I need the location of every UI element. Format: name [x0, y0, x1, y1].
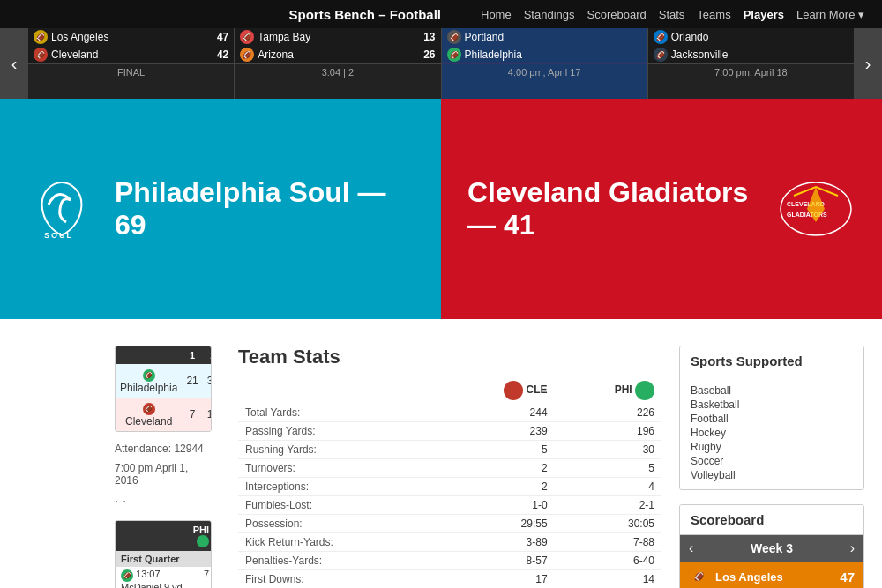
- phi-q1: 21: [182, 364, 202, 398]
- phi-name: Philadelphia: [465, 48, 621, 61]
- score-table: 1 2 3 4 F 🏈 Philadelphia 21 34: [116, 346, 212, 431]
- top-nav: Sports Bench – Football Home Standings S…: [0, 0, 882, 28]
- team-stats-title: Team Stats: [238, 346, 662, 368]
- score-team-az: 🏈 Arizona 26: [235, 46, 440, 63]
- q1-label: First Quarter: [116, 551, 212, 567]
- sport-item: Basketball: [691, 398, 853, 412]
- por-icon: 🏈: [447, 30, 461, 44]
- stats-col-phi: PHI: [555, 377, 662, 404]
- stats-header: CLE PHI: [238, 377, 662, 404]
- site-title: Sports Bench – Football: [250, 7, 482, 22]
- az-icon: 🏈: [240, 48, 254, 62]
- stat-label: Fumbles-Lost:: [238, 496, 440, 515]
- sports-supported-content: BaseballBasketballFootballHockeyRugbySoc…: [680, 376, 863, 489]
- away-team-name: Cleveland Gladiators — 41: [467, 176, 759, 242]
- stat-cle: 5: [440, 441, 554, 459]
- sb-la-score: 47: [833, 569, 855, 584]
- col-q1: 1: [182, 346, 202, 364]
- left-column: 1 2 3 4 F 🏈 Philadelphia 21 34: [18, 346, 212, 588]
- stats-col-label: [238, 377, 440, 404]
- stats-row: First Downs: 17 14: [238, 570, 662, 589]
- sport-item: Volleyball: [691, 468, 853, 482]
- cle-q1: 7: [182, 398, 202, 431]
- score-team-cle: 🏈 Cleveland 42: [28, 46, 234, 63]
- score-team-la: 🏈 Los Angeles 47: [28, 28, 234, 46]
- sb-game-1: 🏈 Los Angeles 47 🏈 Cleveland 42 FINAL RE…: [680, 562, 863, 588]
- nav-teams[interactable]: Teams: [697, 8, 730, 21]
- stat-label: Interceptions:: [238, 478, 440, 496]
- nav-learn-more[interactable]: Learn More ▾: [796, 8, 864, 21]
- block2-status: 3:04 | 2: [235, 63, 440, 80]
- stat-cle: 244: [440, 404, 554, 422]
- phi-badge: 🏈: [143, 369, 155, 382]
- score-table-header: 1 2 3 4 F: [116, 346, 212, 364]
- week-nav: ‹ Week 3 ›: [680, 535, 863, 562]
- scores-next-button[interactable]: ›: [854, 28, 882, 99]
- play-col-phi: PHI: [188, 521, 212, 551]
- az-name: Arizona: [258, 48, 414, 61]
- jax-icon: 🏈: [654, 48, 668, 62]
- nav-standings[interactable]: Standings: [524, 8, 575, 21]
- stats-row: Turnovers: 2 5: [238, 459, 662, 478]
- scoreboard-widget-title: Scoreboard: [680, 505, 863, 535]
- stat-label: Passing Yards:: [238, 422, 440, 441]
- tb-name: Tampa Bay: [258, 31, 414, 43]
- middle-column: Team Stats CLE PHI Total Yards: 244 226: [212, 346, 679, 588]
- score-team-jax: 🏈 Jacksonville: [648, 46, 854, 63]
- stat-label: Kick Return-Yards:: [238, 533, 440, 552]
- week-prev-button[interactable]: ‹: [689, 540, 693, 556]
- stat-label: Possession:: [238, 515, 440, 533]
- main-content: 1 2 3 4 F 🏈 Philadelphia 21 34: [0, 319, 882, 588]
- home-team-hero: SOUL Philadelphia Soul — 69: [0, 99, 441, 319]
- nav-links: Home Standings Scoreboard Stats Teams Pl…: [481, 8, 864, 21]
- sb-la-name: Los Angeles: [715, 570, 826, 584]
- score-team-tb: 🏈 Tampa Bay 13: [235, 28, 440, 46]
- cle-badge: 🏈: [143, 403, 155, 415]
- stat-cle: 2: [440, 459, 554, 478]
- sport-item: Football: [691, 412, 853, 426]
- stats-row: Rushing Yards: 5 30: [238, 441, 662, 459]
- tb-icon: 🏈: [240, 30, 254, 44]
- week-next-button[interactable]: ›: [850, 540, 855, 556]
- stats-table: CLE PHI Total Yards: 244 226 Passing Yar…: [238, 377, 662, 588]
- phi-score-row: 🏈 Philadelphia 21 34 7 7 69: [116, 364, 212, 398]
- stat-phi: 4: [555, 478, 662, 496]
- sports-supported-box: Sports Supported BaseballBasketballFootb…: [679, 346, 864, 490]
- stat-cle: 239: [440, 422, 554, 441]
- scores-bar: ‹ 🏈 Los Angeles 47 🏈 Cleveland 42 FINAL: [0, 28, 882, 99]
- stat-phi: 30:05: [555, 515, 662, 533]
- stat-label: Penalties-Yards:: [238, 552, 440, 570]
- score-block-tb-az: 🏈 Tampa Bay 13 🏈 Arizona 26 3:04 | 2: [235, 28, 441, 99]
- scores-content: 🏈 Los Angeles 47 🏈 Cleveland 42 FINAL 🏈 …: [28, 28, 854, 99]
- col-q2: 2: [203, 346, 212, 364]
- tb-score: 13: [418, 31, 436, 43]
- nav-home[interactable]: Home: [481, 8, 512, 21]
- score-team-phi: 🏈 Philadelphia: [442, 46, 647, 63]
- stat-cle: 17: [440, 570, 554, 589]
- soul-logo-svg: SOUL: [26, 178, 97, 240]
- week-label: Week 3: [751, 541, 793, 555]
- stats-col-cle: CLE: [440, 377, 554, 404]
- stat-label: Total Yards:: [238, 404, 440, 422]
- nav-scoreboard[interactable]: Scoreboard: [587, 8, 647, 21]
- nav-stats[interactable]: Stats: [659, 8, 685, 21]
- play-1: 🏈 13:07 McDaniel 9 yd pass from Raudabau…: [116, 567, 212, 588]
- away-team-logo: CLEVELAND GLADIATORS: [776, 178, 856, 240]
- la-name: Los Angeles: [51, 31, 207, 43]
- q1-header: First Quarter: [116, 551, 212, 567]
- sport-item: Rugby: [691, 440, 853, 454]
- stat-cle: 29:55: [440, 515, 554, 533]
- scores-prev-button[interactable]: ‹: [0, 28, 28, 99]
- stat-phi: 226: [555, 404, 662, 422]
- block3-status: 4:00 pm, April 17: [442, 63, 647, 80]
- la-score: 47: [211, 31, 228, 43]
- phi-q2: 34: [203, 364, 212, 398]
- cle-q2: 14: [203, 398, 212, 431]
- az-score: 26: [418, 48, 436, 61]
- stat-phi: 6-40: [555, 552, 662, 570]
- sb-la-icon: 🏈: [689, 567, 708, 586]
- nav-players[interactable]: Players: [744, 8, 784, 21]
- play-1-icon: 🏈: [121, 569, 133, 582]
- stat-cle: 1-0: [440, 496, 554, 515]
- svg-text:SOUL: SOUL: [44, 231, 73, 240]
